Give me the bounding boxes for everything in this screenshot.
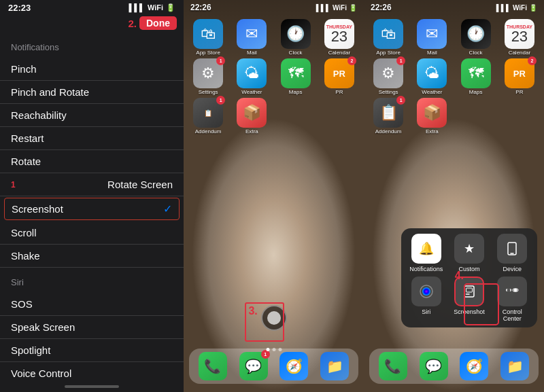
section-notifications: Notifications [0,33,184,58]
left-status-bar: 22:23 ▌▌▌ WiFi 🔋 [0,0,184,15]
control-center-icon [497,277,527,306]
app-appstore[interactable]: 🛍 App Store [188,19,228,56]
menu-item-screenshot[interactable]: Screenshot ✓ [4,198,180,220]
menu-list: Notifications Pinch Pinch and Rotate Rea… [0,33,184,381]
dock-phone[interactable]: 📞 [199,352,227,380]
app-maps[interactable]: 🗺 Maps [275,58,316,95]
dock-mid: 📞 💬1 🧭 📁 [189,349,358,384]
dot-2 [272,348,275,351]
home-indicator-left [65,385,119,388]
r-app-appstore[interactable]: 🛍 App Store [368,19,409,56]
right-time: 22:26 [371,3,392,12]
r-dock-files[interactable]: 📁 [500,352,529,380]
app-weather[interactable]: 🌤 Weather [231,58,272,95]
section-siri: Siri [0,268,184,293]
r-app-weather[interactable]: 🌤 Weather [411,58,452,95]
at-menu-custom[interactable]: ★ Custom [449,234,488,272]
menu-item-rotate[interactable]: Rotate [0,150,184,173]
app-calendar[interactable]: Thursday 23 Calendar [319,19,360,56]
device-icon [497,234,527,264]
mid-time: 22:26 [190,3,211,12]
menu-item-pinch-rotate[interactable]: Pinch and Rotate [0,81,184,104]
app-mail-icon: ✉ [237,19,267,49]
mid-battery-icon: 🔋 [349,4,357,12]
step4-box [464,283,499,325]
at-menu-notifications[interactable]: 🔔 Notifications [407,234,445,272]
app-settings[interactable]: ⚙ 1 Settings [188,58,228,95]
mid-wifi-icon: WiFi [333,4,347,12]
right-status-bar: 22:26 ▌▌▌ WiFi 🔋 [364,0,544,15]
app-clock-icon: 🕐 [281,19,311,49]
r-app-mail[interactable]: ✉ Mail [411,19,452,56]
app-weather-icon: 🌤 [237,58,267,88]
signal-icon: ▌▌▌ [129,3,144,12]
page-dots [266,348,282,351]
right-battery-icon: 🔋 [529,4,537,12]
dot-3 [278,348,282,351]
step2-label: 2. [128,18,137,29]
left-settings-panel: 22:23 ▌▌▌ WiFi 🔋 2. Done Notifications P… [0,0,184,392]
dock-right: 📞 💬 🧭 📁 [369,349,539,384]
r-app-maps[interactable]: 🗺 Maps [456,58,496,95]
app-extra[interactable]: 📦 Extra [231,98,272,135]
menu-item-shake[interactable]: Shake [0,245,184,268]
at-siri-label: Siri [422,308,430,315]
dock-safari[interactable]: 🧭 [279,352,308,380]
app-extra-icon: 📦 [237,98,267,128]
at-notifications-label: Notifications [409,266,443,272]
app-maps-icon: 🗺 [281,58,311,88]
menu-item-rotate-screen[interactable]: 1 Rotate Screen [0,173,184,196]
dock-messages[interactable]: 💬1 [239,352,268,380]
at-menu-siri[interactable]: Siri [407,277,445,322]
menu-item-speak-screen[interactable]: Speak Screen [0,316,184,339]
menu-item-restart[interactable]: Restart [0,127,184,150]
left-status-icons: ▌▌▌ WiFi 🔋 [129,3,175,12]
addendum-badge: 1 [216,96,225,105]
step3-label: 3. [248,305,257,317]
r-app-addendum[interactable]: 📋 1 Addendum [368,98,409,135]
dock-files[interactable]: 📁 [320,352,349,380]
step1-label: 1 [11,180,16,190]
app-clock[interactable]: 🕐 Clock [275,19,316,56]
settings-badge: 1 [216,56,225,65]
checkmark-icon: ✓ [163,202,172,215]
done-row: 2. Done [0,15,184,33]
mid-status-bar: 22:26 ▌▌▌ WiFi 🔋 [184,0,364,15]
menu-item-reachability[interactable]: Reachability [0,104,184,127]
done-button[interactable]: Done [139,16,177,30]
r-app-clock[interactable]: 🕐 Clock [456,19,496,56]
r-dock-phone[interactable]: 📞 [379,352,407,380]
at-device-label: Device [503,266,522,272]
right-signal-icon: ▌▌▌ [496,4,511,12]
r-app-pr[interactable]: PR 2 PR [499,58,540,95]
pr-badge: 2 [347,56,356,65]
app-pr[interactable]: PR 2 PR [319,58,360,95]
svg-point-9 [507,289,511,292]
r-app-settings[interactable]: ⚙ 1 Settings [368,58,409,95]
svg-point-3 [422,287,430,296]
app-addendum-icon: 📋 1 [193,98,223,128]
dot-1 [266,348,269,351]
app-addendum[interactable]: 📋 1 Addendum [188,98,228,135]
r-dock-messages[interactable]: 💬 [420,352,448,380]
middle-phone: 22:26 ▌▌▌ WiFi 🔋 🛍 App Store ✉ Mail 🕐 Cl… [184,0,364,392]
r-app-extra[interactable]: 📦 Extra [411,98,452,135]
at-menu-device[interactable]: Device [493,234,532,272]
menu-item-spotlight[interactable]: Spotlight [0,339,184,362]
r-app-calendar[interactable]: Thursday 23 Calendar [499,19,540,56]
mid-status-icons: ▌▌▌ WiFi 🔋 [316,4,357,12]
app-mail[interactable]: ✉ Mail [231,19,272,56]
app-grid-mid: 🛍 App Store ✉ Mail 🕐 Clock Thursday 23 C… [184,16,364,137]
right-wifi-icon: WiFi [513,4,527,12]
wifi-icon: WiFi [148,3,163,12]
menu-item-pinch[interactable]: Pinch [0,58,184,81]
siri-icon [411,277,441,306]
custom-icon: ★ [454,234,484,264]
mid-signal-icon: ▌▌▌ [316,4,330,12]
menu-item-voice-control[interactable]: Voice Control [0,362,184,381]
r-dock-safari[interactable]: 🧭 [460,352,488,380]
app-grid-right: 🛍 App Store ✉ Mail 🕐 Clock Thursday 23 C… [364,16,544,137]
menu-item-scroll[interactable]: Scroll [0,221,184,245]
left-time: 22:23 [8,3,31,13]
menu-item-sos[interactable]: SOS [0,293,184,316]
